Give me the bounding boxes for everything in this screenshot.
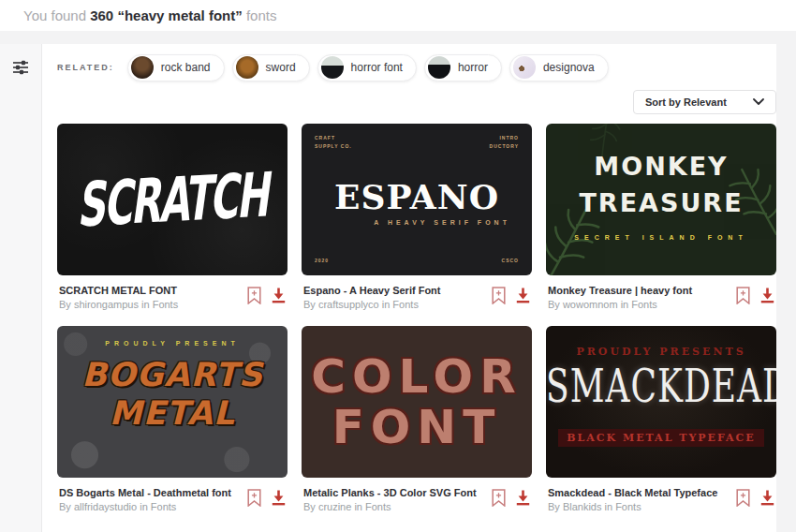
card-footer: Monkey Treasure | heavy font By wowomnom… (546, 275, 776, 310)
bookmark-plus-icon (247, 495, 261, 510)
preview-words: BOGARTS METAL (57, 356, 287, 432)
results-prefix: You found (23, 7, 90, 23)
bookmark-add-button[interactable] (492, 489, 506, 507)
preview-subtitle: BLACK METAL TYPEFACE (558, 429, 764, 447)
font-card-espano: CRAFT SUPPLY CO. INTRO DUCTORY ESPANO A … (302, 124, 532, 310)
preview-word-line1: COLOR (311, 351, 522, 402)
bookmark-add-button[interactable] (492, 287, 506, 304)
download-icon (272, 495, 286, 509)
bookmark-add-button[interactable] (247, 489, 261, 507)
download-button[interactable] (516, 489, 530, 507)
download-icon (760, 495, 774, 509)
font-card-bogarts-metal: PROUDLY PRESENT BOGARTS METAL DS Bogarts… (57, 326, 287, 512)
download-icon (516, 495, 530, 509)
bookmark-add-button[interactable] (736, 287, 750, 304)
card-actions (247, 487, 286, 507)
download-icon (760, 292, 774, 306)
card-footer: Espano - A Heavy Serif Font By craftsupp… (302, 275, 532, 310)
font-preview-monkey-treasure[interactable]: MONKEY TREASURE SECRET ISLAND FONT (546, 124, 776, 275)
related-tag-designova[interactable]: designova (509, 54, 609, 81)
related-label: RELATED: (57, 63, 114, 72)
download-button[interactable] (516, 287, 530, 304)
font-preview-metalic-planks[interactable]: COLOR FONT (302, 326, 532, 478)
related-tags-row: RELATED: rock band sword horror font hor… (57, 53, 776, 81)
card-footer: Metalic Planks - 3D Color SVG Font By cr… (302, 478, 532, 512)
card-footer: DS Bogarts Metal - Deathmetal font By al… (57, 478, 287, 512)
font-title-link[interactable]: Metalic Planks - 3D Color SVG Font (303, 487, 477, 498)
card-actions (736, 285, 774, 304)
font-byline[interactable]: By wowomnom in Fonts (548, 299, 692, 310)
font-title-link[interactable]: Smackdead - Black Metal Typeface (548, 487, 717, 498)
download-button[interactable] (760, 287, 774, 304)
font-preview-scratch[interactable]: SCRATCH (57, 124, 287, 275)
related-tag-horror-font[interactable]: horror font (317, 54, 417, 81)
preview-word-line1: BOGARTS (57, 356, 287, 393)
preview-word-line2: METAL (57, 394, 287, 432)
font-card-smackdead: PROUDLY PRESENTS SMACKDEAD BLACK METAL T… (546, 326, 776, 512)
bookmark-add-button[interactable] (247, 287, 261, 304)
card-actions (492, 487, 530, 507)
preview-words: MONKEY TREASURE (546, 148, 776, 221)
sort-selected-value: Sort by Relevant (645, 96, 727, 108)
tag-thumbnail (321, 56, 344, 79)
preview-corner-text: CSCO (502, 257, 519, 265)
filters-toggle-button[interactable] (11, 59, 30, 78)
content-area: RELATED: rock band sword horror font hor… (0, 44, 796, 532)
font-byline[interactable]: By allfridaystudio in Fonts (59, 501, 231, 512)
results-suffix: fonts (243, 7, 277, 23)
filter-rail (0, 44, 42, 532)
results-panel: RELATED: rock band sword horror font hor… (42, 44, 776, 532)
font-card-monkey-treasure: MONKEY TREASURE SECRET ISLAND FONT Monke… (546, 124, 776, 310)
download-button[interactable] (272, 287, 286, 304)
tag-label: designova (543, 61, 595, 74)
related-tag-sword[interactable]: sword (232, 54, 310, 81)
card-actions (492, 285, 530, 304)
tag-thumbnail (513, 56, 536, 79)
sort-dropdown[interactable]: Sort by Relevant (633, 90, 776, 114)
related-tag-rock-band[interactable]: rock band (127, 54, 225, 81)
download-button[interactable] (760, 489, 774, 507)
card-actions (736, 487, 774, 507)
font-title-link[interactable]: SCRATCH METAL FONT (59, 285, 178, 296)
font-title-link[interactable]: Monkey Treasure | heavy font (548, 285, 692, 296)
preview-word-line2: TREASURE (546, 185, 776, 221)
preview-corner-text: INTRO DUCTORY (490, 134, 519, 150)
font-card-scratch: SCRATCH SCRATCH METAL FONT By shirongamp… (57, 124, 287, 310)
chevron-down-icon (753, 96, 764, 108)
results-header: You found 360 “heavy metal font” fonts (0, 0, 796, 31)
card-actions (247, 285, 286, 304)
card-footer: Smackdead - Black Metal Typeface By Blan… (546, 478, 776, 512)
font-byline[interactable]: By craftsupplyco in Fonts (303, 299, 441, 310)
preview-corner-text: 2020 (315, 257, 329, 265)
tag-thumbnail (428, 56, 450, 79)
font-byline[interactable]: By Blankids in Fonts (548, 501, 717, 512)
preview-word-line1: MONKEY (546, 148, 776, 185)
preview-subtitle: SECRET ISLAND FONT (546, 234, 776, 241)
card-footer: SCRATCH METAL FONT By shirongampus in Fo… (57, 275, 287, 310)
header-divider-band (0, 31, 796, 44)
preview-kicker: PROUDLY PRESENT (57, 340, 287, 347)
preview-word: SCRATCH (77, 159, 269, 241)
tag-label: horror (458, 61, 488, 74)
font-title-link[interactable]: DS Bogarts Metal - Deathmetal font (59, 487, 231, 498)
tag-label: rock band (161, 61, 211, 74)
font-byline[interactable]: By shirongampus in Fonts (59, 299, 178, 310)
tag-thumbnail (236, 56, 258, 79)
tag-thumbnail (131, 56, 154, 79)
sort-row: Sort by Relevant (57, 90, 776, 114)
bookmark-plus-icon (492, 495, 506, 510)
bookmark-plus-icon (247, 293, 261, 307)
font-preview-espano[interactable]: CRAFT SUPPLY CO. INTRO DUCTORY ESPANO A … (302, 124, 532, 275)
font-preview-bogarts-metal[interactable]: PROUDLY PRESENT BOGARTS METAL (57, 326, 287, 478)
font-title-link[interactable]: Espano - A Heavy Serif Font (303, 285, 441, 296)
related-tag-horror[interactable]: horror (424, 54, 502, 81)
bookmark-add-button[interactable] (736, 489, 750, 507)
preview-kicker: PROUDLY PRESENTS (546, 346, 776, 358)
font-byline[interactable]: By cruzine in Fonts (303, 501, 477, 512)
preview-corner-text: CRAFT SUPPLY CO. (315, 134, 352, 150)
related-pills: rock band sword horror font horror desig… (127, 54, 609, 81)
results-count-query: 360 “heavy metal font” (90, 7, 243, 23)
download-button[interactable] (272, 489, 286, 507)
font-results-grid: SCRATCH SCRATCH METAL FONT By shirongamp… (57, 124, 776, 512)
font-preview-smackdead[interactable]: PROUDLY PRESENTS SMACKDEAD BLACK METAL T… (546, 326, 776, 478)
